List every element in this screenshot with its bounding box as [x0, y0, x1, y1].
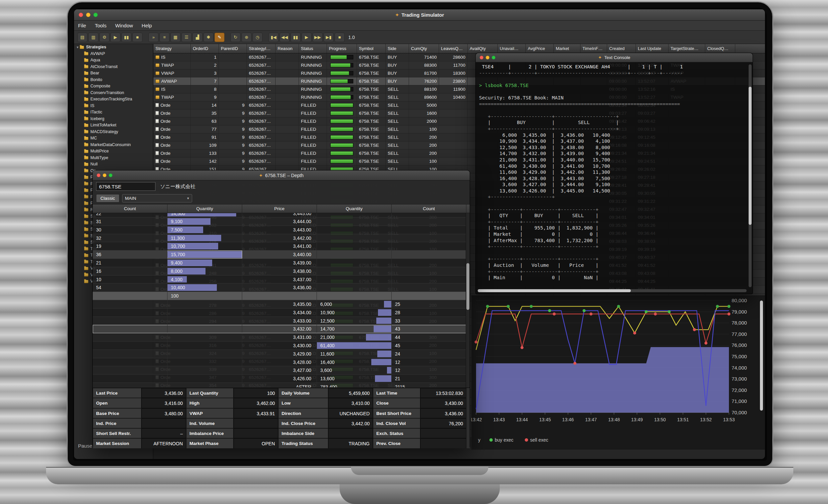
console-output[interactable]: TSE4 | 2 | TOKYO STOCK EXCHANGE AH4 | 1 … [479, 64, 747, 289]
tree-root-strategies[interactable]: ▾Strategies [74, 44, 153, 51]
depth-row[interactable]: 100 [93, 292, 470, 300]
depth-row[interactable]: 168,0003,438.00 [93, 267, 470, 276]
refresh-icon[interactable]: ↻ [231, 33, 241, 42]
depth-row[interactable]: 3,434.0010,90028 [93, 308, 470, 317]
col-re[interactable]: Reason [276, 44, 299, 53]
menu-window[interactable]: Window [115, 23, 133, 28]
col-pr[interactable]: Progress [327, 44, 357, 53]
depth-row[interactable]: 3,431.0021,00044 [93, 333, 470, 342]
open-file-icon[interactable]: ▥ [88, 33, 98, 42]
sidebar-item-null[interactable]: Null [74, 161, 153, 168]
rewind-icon[interactable]: ◀◀ [280, 33, 290, 42]
depth-col-count-4[interactable]: Count [391, 205, 466, 213]
play-icon[interactable]: ▶ [301, 33, 312, 42]
col-up[interactable]: Last Update [636, 44, 668, 53]
depth-row[interactable]: 104,1003,437.00 [93, 276, 470, 284]
depth-row[interactable]: 307,5003,443.00 [93, 226, 470, 234]
list-icon[interactable]: ☰ [181, 33, 192, 42]
console-vscroll-thumb[interactable] [749, 87, 752, 225]
col-cq[interactable]: ClosedQ… [705, 44, 735, 53]
col-sy[interactable]: Symbol [357, 44, 386, 53]
depth-row[interactable]: 3,426.0013,60021 [93, 375, 470, 383]
symbol-input[interactable] [96, 182, 156, 191]
depth-vscroll-thumb[interactable] [466, 263, 469, 310]
depth-row[interactable]: 3,428.0016,40012 [93, 358, 470, 367]
depth-row[interactable]: 5410,4003,436.00 [93, 284, 470, 292]
depth-row[interactable]: 319,1003,444.00 [93, 217, 470, 226]
depth-col-quantity-1[interactable]: Quantity [167, 205, 242, 213]
col-lv[interactable]: LeavesQ… [439, 44, 468, 53]
menu-file[interactable]: File [78, 23, 86, 28]
clock-icon[interactable]: ◷ [253, 33, 262, 42]
playback-pause-icon[interactable]: ▮▮ [291, 33, 300, 42]
col-pa[interactable]: ParentID [219, 44, 247, 53]
depth-col-quantity-3[interactable]: Quantity [317, 205, 391, 213]
pencil-icon[interactable]: ✎ [214, 33, 224, 42]
depth-row[interactable]: 3,429.0011,60024 [93, 350, 470, 358]
app-titlebar[interactable]: ✦Trading Simulator [74, 9, 765, 21]
col-tf[interactable]: TimeInF… [580, 44, 607, 53]
depth-col-price-2[interactable]: Price [242, 205, 317, 213]
sidebar-item-executiontrackingstra[interactable]: ExecutionTrackingStra [74, 96, 153, 103]
sidebar-item-bear[interactable]: Bear [74, 70, 153, 77]
playback-stop-icon[interactable]: ■ [335, 33, 345, 42]
chart-vertical-scrollbar[interactable] [760, 300, 763, 411]
sidebar-item-bonito[interactable]: Bonito [74, 77, 153, 83]
depth-row[interactable]: AFTER783,4002115 [93, 383, 470, 388]
sidebar-item-itactic[interactable]: ITactic [74, 109, 153, 116]
col-sid[interactable]: StrategyI… [247, 44, 276, 53]
col-sd[interactable]: Side [386, 44, 409, 53]
depth-row[interactable]: 3,427.003,60012 [93, 366, 470, 375]
sidebar-item-macdstrategy[interactable]: MACDStrategy [74, 129, 153, 135]
col-av[interactable]: AvailQty [468, 44, 498, 53]
chart-icon[interactable]: ▟ [193, 33, 203, 42]
sidebar-item-mc[interactable]: MC [74, 135, 153, 142]
skip-start-icon[interactable]: ▮◀ [268, 33, 279, 42]
col-cr[interactable]: Created [607, 44, 636, 53]
depth-row[interactable]: 3,433.0012,50033 [93, 317, 470, 325]
sidebar-item-is[interactable]: IS [74, 103, 153, 110]
col-stt[interactable]: Status [299, 44, 327, 53]
depth-row[interactable]: 3,435.006,00025 [93, 300, 470, 308]
pages-icon[interactable]: ▦ [170, 33, 180, 42]
sidebar-item-multiprice[interactable]: MultiPrice [74, 148, 153, 155]
classic-view-button[interactable]: Classic [96, 194, 119, 203]
col-tg[interactable]: TargetStrate… [668, 44, 705, 53]
book-select[interactable]: MAIN ▾ [122, 194, 192, 203]
col-st[interactable]: Strategy [154, 44, 191, 53]
sidebar-item-limittomarket[interactable]: LimitToMarket [74, 122, 153, 129]
col-mk[interactable]: Market [554, 44, 580, 53]
depth-row[interactable]: 3,430.0061,40045 [93, 342, 470, 350]
depth-row[interactable]: 1910,7003,441.00 [93, 242, 470, 251]
skip-end-icon[interactable]: ▶▮ [324, 33, 334, 42]
console-vertical-scrollbar[interactable] [749, 65, 752, 287]
sidebar-item-composite[interactable]: Composite [74, 83, 153, 90]
depth-row[interactable]: 3615,7003,440.00 [93, 251, 470, 259]
col-un[interactable]: Unavail… [498, 44, 526, 53]
sidebar-item-multitype[interactable]: MultiType [74, 155, 153, 161]
pause-icon[interactable]: ▮▮ [121, 33, 131, 42]
depth-vertical-scrollbar[interactable] [466, 213, 470, 388]
console-titlebar[interactable]: ✦Text Console [476, 53, 753, 62]
globe-icon[interactable]: ⊕ [242, 33, 252, 42]
col-id[interactable]: OrderID [191, 44, 219, 53]
fast-forward-icon[interactable]: ▶▶ [313, 33, 323, 42]
tools-icon[interactable]: ✱ [204, 33, 213, 42]
console-hscroll-thumb[interactable] [478, 289, 631, 292]
menu-help[interactable]: Help [142, 23, 152, 28]
sidebar-item-conservtransition[interactable]: ConservTransition [74, 90, 153, 96]
settings-gears-icon[interactable]: ⚙ [99, 33, 110, 42]
depth-row[interactable]: 3,432.0014,70043 [93, 325, 470, 333]
sidebar-item-marketdataconsumin[interactable]: MarketDataConsumin [74, 142, 153, 149]
prompt-icon[interactable]: » [149, 33, 159, 42]
col-cu[interactable]: CumQty [409, 44, 439, 53]
console-horizontal-scrollbar[interactable] [478, 289, 747, 292]
sidebar-item-avwap[interactable]: AVWAP [74, 51, 153, 57]
depth-row[interactable]: 2214,5003,445.00 [93, 213, 470, 217]
menu-tools[interactable]: Tools [95, 23, 107, 28]
depth-row[interactable]: 219,4003,439.00 [93, 259, 470, 267]
stop-icon[interactable]: ■ [132, 33, 142, 42]
depth-row[interactable]: 3211,3003,442.00 [93, 234, 470, 243]
sidebar-item-iceberg[interactable]: Iceberg [74, 116, 153, 122]
run-icon[interactable]: ▶ [111, 33, 120, 42]
